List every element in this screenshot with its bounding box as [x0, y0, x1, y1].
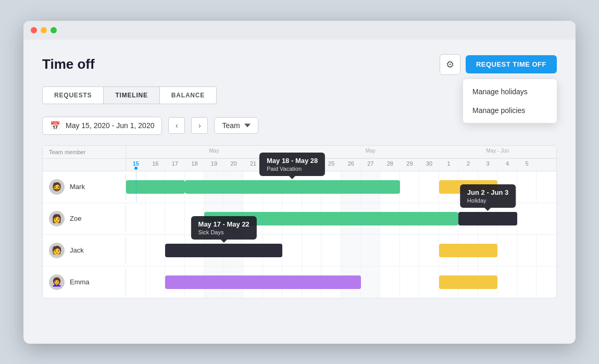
mark-day-cell [380, 171, 400, 203]
day-19: 19 [204, 159, 224, 171]
emma-cell [204, 267, 224, 298]
mark-day-cell [165, 171, 185, 203]
day-20: 20 [224, 159, 244, 171]
jack-cell [517, 235, 537, 266]
emma-cell [126, 267, 146, 298]
day-1: 1 [439, 159, 459, 171]
jack-cell [341, 235, 361, 266]
emma-avatar: 👩‍🦱 [49, 274, 65, 290]
day-numbers-row: 15 16 17 18 19 20 21 22 23 24 25 26 27 2… [43, 159, 556, 171]
zoe-cell [419, 203, 439, 234]
jack-cell [321, 235, 341, 266]
zoe-cell [126, 203, 146, 234]
table-row: 👩 Zoe [43, 203, 556, 235]
day-4: 4 [497, 159, 517, 171]
date-range-text: May 15, 2020 - Jun 1, 2020 [66, 121, 154, 130]
day-header-placeholder [43, 159, 126, 171]
date-range-box: 📅 May 15, 2020 - Jun 1, 2020 [42, 117, 162, 135]
emma-cell [458, 267, 478, 298]
emma-cell [185, 267, 205, 298]
emma-cell [439, 267, 459, 298]
day-2: 2 [458, 159, 478, 171]
team-dropdown[interactable]: Team [214, 117, 258, 134]
main-content: Time off ⚙ REQUEST TIME OFF Manage holid… [23, 40, 576, 317]
mark-day-cell [341, 171, 361, 203]
tab-timeline[interactable]: TIMELINE [104, 86, 159, 104]
zoe-cell [361, 203, 381, 234]
top-actions: ⚙ REQUEST TIME OFF Manage holidays Manag… [440, 54, 557, 75]
minimize-dot [41, 27, 47, 33]
zoe-cell [263, 203, 283, 234]
zoe-cell [243, 203, 263, 234]
emma-cell [224, 267, 244, 298]
day-17: 17 [165, 159, 185, 171]
gear-icon: ⚙ [446, 59, 454, 70]
day-16: 16 [146, 159, 166, 171]
zoe-cell [478, 203, 498, 234]
jack-cell [419, 235, 439, 266]
day-3: 3 [478, 159, 498, 171]
app-window: Time off ⚙ REQUEST TIME OFF Manage holid… [23, 21, 576, 344]
next-button[interactable]: › [191, 117, 208, 134]
may-label-2: May [302, 146, 439, 158]
jack-cell [224, 235, 244, 266]
day-26: 26 [341, 159, 361, 171]
mark-day-cell [302, 171, 322, 203]
zoe-cell [204, 203, 224, 234]
mark-name: Mark [70, 183, 85, 191]
emma-cell [321, 267, 341, 298]
jack-cell [146, 235, 166, 266]
tab-requests[interactable]: REQUESTS [42, 86, 104, 104]
jack-cell [243, 235, 263, 266]
day-5: 5 [517, 159, 537, 171]
mark-day-cell [478, 171, 498, 203]
emma-cell [282, 267, 302, 298]
emma-cell [478, 267, 498, 298]
jack-cell [263, 235, 283, 266]
manage-holidays-item[interactable]: Manage holidays [463, 82, 557, 101]
page-title: Time off [42, 56, 95, 72]
emma-cell [165, 267, 185, 298]
emma-cell [263, 267, 283, 298]
zoe-cell [517, 203, 537, 234]
day-23: 23 [282, 159, 302, 171]
tab-balance[interactable]: BALANCE [160, 86, 217, 104]
mark-day-cell [419, 171, 439, 203]
mark-day-cell [282, 171, 302, 203]
emma-cell [400, 267, 420, 298]
mark-day-cell [204, 171, 224, 203]
team-member-header: Team member [43, 146, 126, 158]
day-25: 25 [321, 159, 341, 171]
timeline-container: Team member May May May - Jun 15 16 17 1… [42, 145, 557, 298]
mark-member-cell: 🧔 Mark [43, 174, 126, 200]
table-row: 🧔 Mark [43, 171, 556, 203]
calendar-icon: 📅 [50, 121, 60, 131]
jack-cell [497, 235, 517, 266]
emma-cell [243, 267, 263, 298]
zoe-cell [321, 203, 341, 234]
emma-cell [497, 267, 517, 298]
mark-day-cell [517, 171, 537, 203]
emma-cell [517, 267, 537, 298]
mark-avatar: 🧔 [49, 179, 65, 195]
zoe-cell [185, 203, 205, 234]
day-27: 27 [361, 159, 381, 171]
jack-cell [478, 235, 498, 266]
manage-policies-item[interactable]: Manage policies [463, 101, 557, 120]
emma-cell [380, 267, 400, 298]
jack-member-cell: 🧑 Jack [43, 237, 126, 263]
emma-name: Emma [70, 278, 90, 286]
request-time-off-button[interactable]: REQUEST TIME OFF [466, 55, 557, 73]
jack-name: Jack [70, 246, 84, 254]
day-30: 30 [419, 159, 439, 171]
mark-day-cell [400, 171, 420, 203]
day-28: 28 [380, 159, 400, 171]
gear-button[interactable]: ⚙ [440, 54, 460, 75]
prev-button[interactable]: ‹ [168, 117, 185, 134]
jack-cell [400, 235, 420, 266]
zoe-name: Zoe [70, 215, 81, 222]
jack-cell [204, 235, 224, 266]
zoe-cell [439, 203, 459, 234]
jack-avatar: 🧑 [49, 243, 65, 258]
jack-cell [439, 235, 459, 266]
